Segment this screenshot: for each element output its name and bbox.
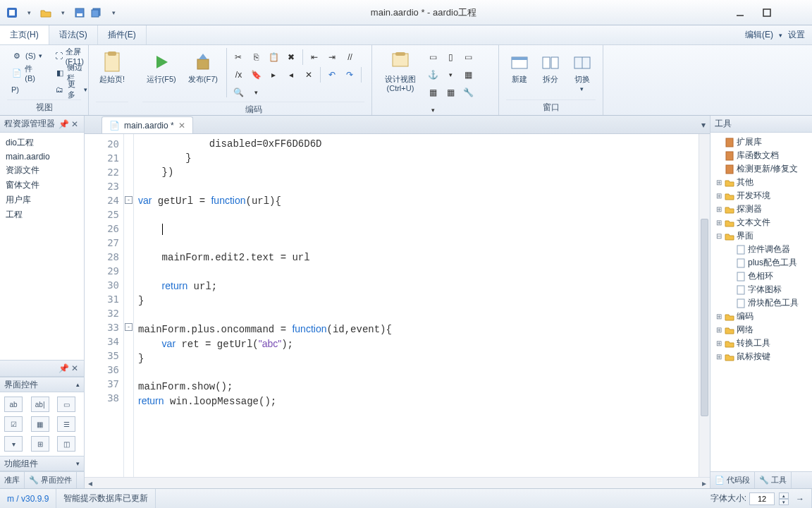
tree-item[interactable]: 工程: [1, 207, 82, 222]
bm-clear-icon[interactable]: ✕: [301, 67, 316, 83]
v-scroll-thumb[interactable]: [701, 219, 708, 416]
app-icon[interactable]: [4, 5, 20, 20]
tree-item[interactable]: 用户库: [1, 193, 82, 207]
tree-item[interactable]: 窗体文件: [1, 178, 82, 193]
tool-node[interactable]: ⊞转换工具: [712, 337, 811, 350]
indent-right-icon[interactable]: ⇥: [324, 49, 340, 65]
design-view-button[interactable]: 设计视图(Ctrl+U): [379, 48, 422, 96]
tool-node[interactable]: plus配色工具: [712, 256, 811, 270]
delete-icon[interactable]: ✖: [283, 49, 299, 65]
maximize-button[interactable]: [758, 6, 775, 20]
close-button[interactable]: [785, 6, 802, 20]
tool-node[interactable]: 控件调色器: [712, 243, 811, 256]
vertical-scrollbar[interactable]: [699, 134, 710, 477]
menu-plugin[interactable]: 插件(E): [98, 25, 147, 44]
align-center-icon[interactable]: ▯: [443, 49, 459, 65]
ctrl-panel[interactable]: ◫: [57, 436, 75, 452]
tool-node[interactable]: ⊞编码: [712, 310, 811, 323]
undo-icon[interactable]: ↶: [324, 67, 340, 83]
find-icon[interactable]: 🔍: [230, 85, 246, 100]
status-version[interactable]: m / v30.9.9: [0, 489, 56, 508]
expand-icon[interactable]: ⊞: [715, 219, 722, 226]
font-size-input[interactable]: [749, 492, 775, 505]
uncomment-icon[interactable]: /x: [230, 67, 246, 83]
copy-icon[interactable]: ⎘: [248, 49, 264, 65]
indent-left-icon[interactable]: ⇤: [307, 49, 322, 65]
bookmark-icon[interactable]: 🔖: [248, 67, 264, 83]
tool-node[interactable]: 库函数文档: [712, 149, 811, 162]
tool-node[interactable]: ⊞网络: [712, 323, 811, 337]
tool-node[interactable]: ⊟界面: [712, 229, 811, 243]
align-left-icon[interactable]: ▭: [426, 49, 441, 65]
grid1-icon[interactable]: ▦: [461, 67, 476, 83]
startpage-button[interactable]: 起始页!: [96, 48, 128, 87]
ribbon-file-button[interactable]: 📄件(B): [7, 65, 47, 80]
ribbon-p-button[interactable]: P): [7, 82, 47, 97]
align-right-icon[interactable]: ▭: [461, 49, 476, 65]
font-size-stepper[interactable]: ▴▾: [779, 492, 789, 505]
publish-button[interactable]: 发布(F7): [184, 48, 221, 87]
redo-icon[interactable]: ↷: [342, 67, 357, 83]
tool-node[interactable]: 色相环: [712, 270, 811, 283]
ctrl-combo[interactable]: ▾: [4, 436, 23, 452]
tool-node[interactable]: ⊞探测器: [712, 202, 811, 216]
expand-icon[interactable]: ⊞: [715, 313, 722, 320]
qat-dropdown-icon[interactable]: ▾: [21, 5, 37, 20]
tab-ui-controls[interactable]: 🔧界面控件: [25, 472, 77, 488]
code-content[interactable]: disabled=0xFF6D6D6D } }) var getUrl = fu…: [134, 134, 710, 477]
paste-icon[interactable]: 📋: [266, 49, 281, 65]
switch-button[interactable]: 切换▾: [569, 48, 596, 97]
pin2-icon[interactable]: 📌: [59, 363, 68, 373]
minimize-button[interactable]: [732, 6, 749, 20]
qat-more-icon[interactable]: ▾: [106, 5, 121, 20]
anchor-icon[interactable]: ⚓: [426, 67, 441, 83]
save-all-icon[interactable]: [89, 5, 104, 20]
tools-tree[interactable]: 扩展库库函数文档检测更新/修复文⊞其他⊞开发环境⊞探测器⊞文本文件⊟界面控件调色…: [710, 133, 812, 471]
comment-icon[interactable]: //: [342, 49, 357, 65]
editor-tab-main[interactable]: 📄 main.aardio * ✕: [102, 116, 193, 133]
grid2-icon[interactable]: ▦: [426, 85, 441, 100]
tool-node[interactable]: ⊞开发环境: [712, 189, 811, 202]
controls-subheader[interactable]: 界面控件 ▴: [0, 377, 84, 392]
fold-toggle[interactable]: -: [125, 323, 133, 331]
find-drop-icon[interactable]: ▾: [248, 85, 264, 100]
split-button[interactable]: 拆分: [537, 48, 564, 87]
menu-settings[interactable]: 设置: [788, 29, 805, 41]
fold-toggle[interactable]: -: [125, 196, 133, 204]
tab-list-dropdown-icon[interactable]: ▾: [701, 120, 706, 130]
ribbon-settings-button[interactable]: ⚙(S)▾: [7, 48, 47, 64]
menu-home[interactable]: 主页(H): [0, 25, 49, 44]
step-down-icon[interactable]: ▾: [779, 499, 789, 505]
menu-syntax[interactable]: 语法(S): [49, 25, 98, 44]
tree-item[interactable]: main.aardio: [1, 150, 82, 163]
anchor-drop-icon[interactable]: ▾: [443, 67, 459, 83]
tab-close-icon[interactable]: ✕: [178, 121, 185, 131]
pin-icon[interactable]: 📌: [59, 119, 68, 129]
ctrl-label[interactable]: ab: [4, 397, 23, 412]
horizontal-scrollbar[interactable]: ◂ ▸: [85, 477, 710, 488]
tool-node[interactable]: 检测更新/修复文: [712, 162, 811, 176]
ribbon-sidebar[interactable]: ◧侧边栏: [51, 65, 92, 80]
tool-node[interactable]: ⊞鼠标按键: [712, 350, 811, 363]
project-tree[interactable]: dio工程main.aardio资源文件窗体文件用户库工程: [0, 133, 84, 360]
cut-icon[interactable]: ✂: [230, 49, 246, 65]
menu-edit[interactable]: 编辑(E): [745, 29, 773, 41]
tree-item[interactable]: 资源文件: [1, 163, 82, 178]
run-button[interactable]: 运行(F5): [142, 48, 180, 87]
panel2-close-icon[interactable]: ✕: [70, 363, 80, 373]
ribbon-fullscreen[interactable]: ⛶全屏(F11): [51, 48, 92, 64]
new-window-button[interactable]: 新建: [506, 48, 533, 87]
ctrl-textbox[interactable]: ab|: [31, 397, 49, 412]
panel-close-icon[interactable]: ✕: [70, 119, 80, 129]
expand-icon[interactable]: ⊞: [715, 179, 722, 186]
expand-icon[interactable]: ⊟: [715, 232, 722, 240]
tool-node[interactable]: ⊞其他: [712, 176, 811, 189]
expand-icon[interactable]: ⊞: [715, 205, 722, 213]
ctrl-checkbox[interactable]: ☑: [4, 416, 23, 432]
tools-icon[interactable]: 🔧: [461, 85, 476, 100]
ctrl-grid[interactable]: ▦: [31, 416, 49, 432]
ctrl-table[interactable]: ⊞: [31, 436, 49, 452]
tool-node[interactable]: 扩展库: [712, 135, 811, 149]
ribbon-more[interactable]: 🗂更多▾: [51, 82, 92, 97]
ctrl-list[interactable]: ☰: [57, 416, 75, 432]
